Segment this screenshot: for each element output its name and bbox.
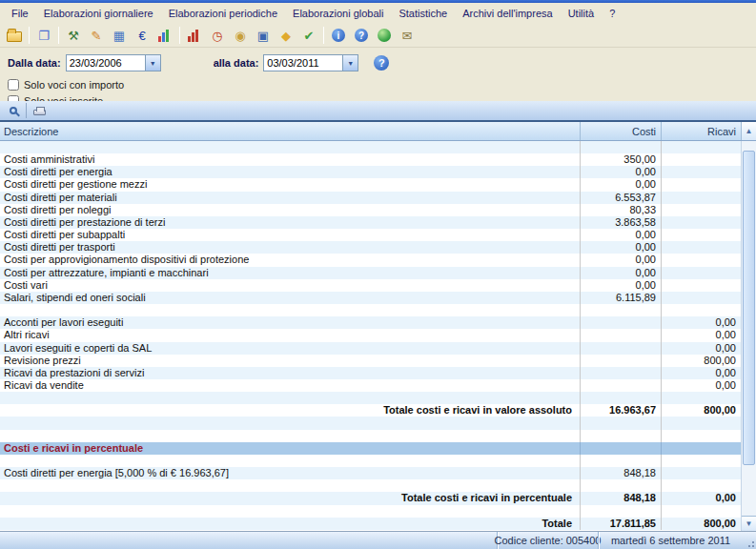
cell-descrizione: Costi diretti per materiali [0,192,580,204]
status-main-panel [0,532,497,549]
resize-grip[interactable] [743,532,756,549]
table-row[interactable] [0,141,741,153]
table-row[interactable]: Costi diretti per materiali6.553,87 [0,192,741,204]
column-header-ricavi[interactable]: Ricavi [661,122,741,140]
book-icon: ◆ [281,30,291,42]
scrollbar-track[interactable] [742,141,756,516]
table-row[interactable]: Costi diretti per noleggi80,33 [0,204,741,216]
cell-ricavi [661,417,741,429]
section-header-row[interactable]: Costi e ricavi in percentuale [0,442,741,455]
table-row[interactable] [0,505,741,518]
search-button[interactable] [4,102,23,119]
scrollbar-thumb[interactable] [743,151,755,465]
table-row[interactable]: Costi diretti per subappalti0,00 [0,229,741,241]
table-row[interactable]: Lavori eseguiti e coperti da SAL0,00 [0,342,741,355]
edit-button[interactable]: ✎ [86,26,107,46]
checkbox-solo-voci-con-importo[interactable] [8,79,19,91]
grid-calc-icon: ▦ [113,30,125,42]
table-row[interactable]: Costi per attrezzature, impianti e macch… [0,267,741,279]
vertical-scrollbar[interactable]: ▼ [741,141,756,531]
table-row[interactable]: Altri ricavi0,00 [0,329,741,341]
menu-item-elaborazioni-globali[interactable]: Elaborazioni globali [285,5,391,22]
open-folder-button[interactable] [4,26,25,46]
menu-item-statistiche[interactable]: Statistiche [391,5,455,22]
scroll-up-icon[interactable]: ▲ [741,122,756,140]
table-row[interactable]: Costi diretti per gestione mezzi0,00 [0,178,741,191]
table-row[interactable]: Costi per approvigionamento dispositivi … [0,254,741,266]
help-button[interactable]: ? [351,26,372,46]
table-row[interactable]: Acconti per lavori eseguiti0,00 [0,316,741,329]
cell-costi [580,316,661,329]
table-row[interactable] [0,417,741,429]
book-button[interactable]: ◆ [276,26,296,46]
table-row[interactable] [0,479,741,492]
total-row[interactable]: Totale costi e ricavi in valore assoluto… [0,404,741,417]
from-date-select[interactable]: 23/03/2006 ▼ [66,54,161,71]
menu-item-elaborazioni-periodiche[interactable]: Elaborazioni periodiche [161,5,285,22]
euro-conversion-button[interactable]: € [132,26,153,46]
cell-costi [580,505,661,518]
column-header-descrizione[interactable]: Descrizione [0,122,580,140]
cell-descrizione: Costi amministrativi [0,153,580,166]
money-icon: ◉ [235,30,245,42]
to-date-select[interactable]: 03/03/2011 ▼ [263,54,358,71]
cell-costi: 6.553,87 [580,192,661,204]
column-header-costi[interactable]: Costi [580,122,661,140]
cell-ricavi [661,442,741,455]
table-row[interactable]: Costi vari0,00 [0,279,741,292]
clock-document-button[interactable]: ◷ [207,26,228,46]
cell-descrizione [0,430,580,442]
table-row[interactable] [0,430,741,442]
chevron-down-icon[interactable]: ▼ [145,55,160,71]
menu-item-file[interactable]: File [4,5,36,22]
filter-panel: Dalla data: 23/03/2006 ▼ alla data: 03/0… [0,48,756,101]
cell-descrizione: Costi diretti per prestazione di terzi [0,216,580,229]
cell-descrizione: Costi diretti per energia [0,166,580,178]
total-row[interactable]: Totale17.811,85800,00 [0,518,741,530]
table-row[interactable]: Costi diretti per trasporti0,00 [0,241,741,254]
cell-ricavi [661,241,741,254]
main-toolbar: ❐⚒✎▦€◷◉▣◆✔i?✉ [0,24,756,48]
worker-button[interactable]: ⚒ [63,26,84,46]
cell-ricavi [661,141,741,153]
monitor-button[interactable]: ▣ [253,26,274,46]
table-row[interactable]: Costi diretti per prestazione di terzi3.… [0,216,741,229]
search-icon [10,107,17,114]
table-row[interactable]: Revisione prezzi800,00 [0,355,741,367]
check-button[interactable]: ✔ [298,26,319,46]
red-chart-button[interactable] [184,26,205,46]
info-button[interactable]: i [328,26,349,46]
table-row[interactable]: Costi diretti per energia [5,000 % di € … [0,467,741,479]
scroll-down-icon[interactable]: ▼ [742,516,756,531]
cell-ricavi: 800,00 [661,404,741,417]
toolbar-separator [29,27,30,44]
mail-button[interactable]: ✉ [397,26,418,46]
menu-item-elaborazioni-giornaliere[interactable]: Elaborazioni giornaliere [36,5,161,22]
to-date-value: 03/03/2011 [264,55,342,71]
cell-descrizione: Costi per approvigionamento dispositivi … [0,254,580,266]
total-row[interactable]: Totale costi e ricavi in percentuale848,… [0,492,741,504]
cell-costi [580,141,661,153]
cell-descrizione [0,392,580,404]
grid-calc-button[interactable]: ▦ [109,26,130,46]
table-row[interactable]: Ricavi da vendite0,00 [0,379,741,392]
menu-item-utilit-[interactable]: Utilità [561,5,603,22]
menu-item--[interactable]: ? [602,5,623,22]
globe-button[interactable] [374,26,395,46]
bar-chart-button[interactable] [154,26,175,46]
cell-descrizione: Ricavi da vendite [0,379,580,392]
table-row[interactable] [0,392,741,404]
table-row[interactable] [0,304,741,316]
cell-costi [580,392,661,404]
table-row[interactable]: Costi diretti per energia0,00 [0,166,741,178]
chevron-down-icon[interactable]: ▼ [342,55,358,71]
table-row[interactable]: Salari, stipendi ed oneri sociali6.115,8… [0,292,741,304]
print-button[interactable] [30,102,49,119]
money-button[interactable]: ◉ [230,26,251,46]
table-row[interactable]: Costi amministrativi350,00 [0,153,741,166]
menu-item-archivi-dell-impresa[interactable]: Archivi dell'impresa [455,5,560,22]
table-row[interactable]: Ricavi da prestazioni di servizi0,00 [0,367,741,379]
table-row[interactable] [0,455,741,467]
help-icon[interactable]: ? [374,55,389,71]
copy-document-button[interactable]: ❐ [33,26,54,46]
